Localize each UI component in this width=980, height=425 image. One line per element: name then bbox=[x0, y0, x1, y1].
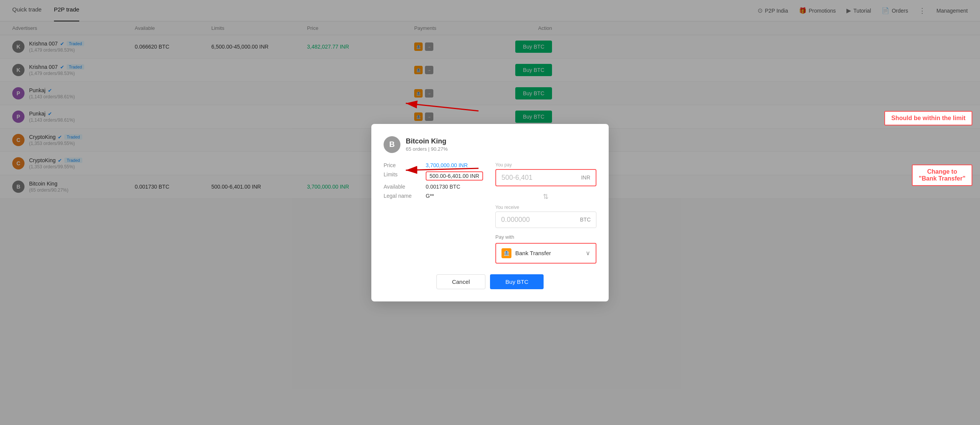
bank-transfer-label: Bank Transfer bbox=[515, 250, 551, 256]
modal-columns: Price 3,700,000.00 INR Limits 500.00-6,4… bbox=[384, 162, 596, 271]
modal-avatar: B bbox=[384, 136, 400, 153]
modal-info-col: Price 3,700,000.00 INR Limits 500.00-6,4… bbox=[384, 162, 483, 271]
modal-subtitle: 65 orders | 90.27% bbox=[406, 146, 448, 152]
cancel-button[interactable]: Cancel bbox=[436, 274, 486, 289]
modal-title-group: Bitcoin King 65 orders | 90.27% bbox=[406, 137, 448, 152]
modal-input-col: You pay 500-6,401 INR ⇅ You receive 0.00… bbox=[495, 162, 596, 271]
you-pay-currency: INR bbox=[581, 174, 590, 181]
limits-value: 500.00-6,401.00 INR bbox=[426, 171, 483, 181]
you-pay-group: You pay 500-6,401 INR bbox=[495, 162, 596, 186]
pay-with-label: Pay with bbox=[495, 234, 596, 240]
pay-with-select[interactable]: 🏦 Bank Transfer ∨ bbox=[495, 243, 596, 264]
you-receive-group: You receive 0.000000 BTC bbox=[495, 205, 596, 228]
you-pay-label: You pay bbox=[495, 162, 596, 168]
modal-overlay[interactable]: B Bitcoin King 65 orders | 90.27% Price … bbox=[0, 0, 980, 425]
you-pay-field[interactable]: 500-6,401 INR bbox=[495, 169, 596, 186]
chevron-down-icon: ∨ bbox=[586, 249, 590, 257]
pay-with-left: 🏦 Bank Transfer bbox=[501, 248, 551, 258]
modal-header: B Bitcoin King 65 orders | 90.27% bbox=[384, 136, 596, 153]
price-row: Price 3,700,000.00 INR bbox=[384, 162, 483, 168]
modal-info: Price 3,700,000.00 INR Limits 500.00-6,4… bbox=[384, 162, 483, 199]
you-receive-field[interactable]: 0.000000 BTC bbox=[495, 212, 596, 228]
modal-title: Bitcoin King bbox=[406, 137, 448, 145]
you-receive-label: You receive bbox=[495, 205, 596, 210]
buy-modal: B Bitcoin King 65 orders | 90.27% Price … bbox=[371, 124, 609, 301]
page: Quick trade P2P trade ⊙ P2P India 🎁 Prom… bbox=[0, 0, 980, 425]
buy-btc-confirm-button[interactable]: Buy BTC bbox=[490, 274, 544, 289]
legal-row: Legal name G** bbox=[384, 193, 483, 199]
you-receive-placeholder: 0.000000 bbox=[501, 216, 530, 224]
modal-actions: Cancel Buy BTC bbox=[384, 274, 596, 289]
available-row: Available 0.001730 BTC bbox=[384, 184, 483, 190]
swap-icon: ⇅ bbox=[495, 192, 596, 201]
limits-row: Limits 500.00-6,401.00 INR bbox=[384, 171, 483, 181]
pay-with-section: Pay with 🏦 Bank Transfer ∨ bbox=[495, 234, 596, 264]
you-pay-placeholder: 500-6,401 bbox=[501, 174, 532, 182]
bank-transfer-icon: 🏦 bbox=[501, 248, 511, 258]
you-receive-currency: BTC bbox=[580, 217, 591, 223]
